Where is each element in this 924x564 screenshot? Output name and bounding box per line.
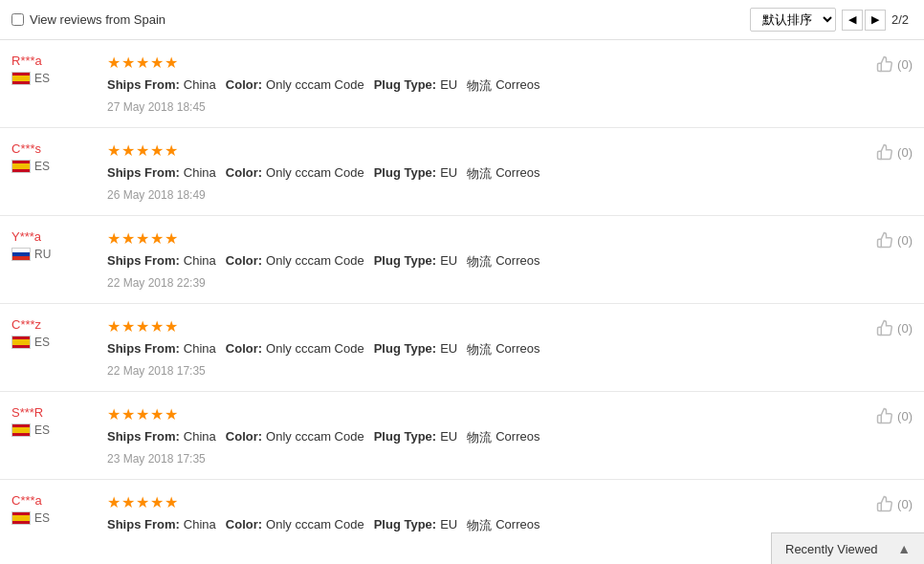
review-details: Ships From: China Color: Only cccam Code…	[107, 429, 846, 446]
review-date: 23 May 2018 17:35	[107, 452, 846, 466]
star-filled: ★	[121, 405, 135, 423]
plug-label: Plug Type:	[374, 429, 436, 446]
spain-filter-checkbox[interactable]	[11, 13, 24, 26]
top-bar-right: 默认排序 ◀ ▶ 2/2	[750, 8, 913, 32]
logistics-value: Correos	[495, 77, 539, 95]
checkbox-label[interactable]: View reviews from Spain	[11, 12, 165, 27]
star-filled: ★	[121, 229, 135, 248]
ships-from: Ships From: China	[107, 77, 216, 95]
reviewer-info: C***z ES	[11, 317, 98, 378]
star-filled: ★	[150, 405, 164, 423]
color-detail: Color: Only cccam Code	[226, 253, 364, 271]
color-value: Only cccam Code	[266, 429, 364, 446]
review-details: Ships From: China Color: Only cccam Code…	[107, 341, 846, 358]
country-code: RU	[34, 248, 51, 261]
like-section: (0)	[855, 405, 913, 466]
logistics-value: Correos	[495, 517, 539, 531]
plug-type: Plug Type: EU	[374, 429, 458, 446]
star-filled: ★	[150, 229, 164, 248]
star-filled: ★	[136, 317, 149, 336]
flag-icon	[11, 72, 31, 85]
star-filled: ★	[150, 317, 164, 336]
like-button[interactable]: (0)	[875, 319, 913, 336]
review-item: R***a ES ★★★★★ Ships From: China Color:	[0, 40, 924, 128]
like-button[interactable]: (0)	[875, 143, 913, 161]
star-filled: ★	[165, 141, 178, 160]
reviewer-info: S***R ES	[11, 405, 98, 466]
logistics-value: Correos	[495, 165, 539, 183]
recently-viewed-text: Recently Viewed	[785, 542, 878, 556]
review-date: 27 May 2018 18:45	[107, 100, 846, 114]
country-flag: ES	[11, 423, 98, 437]
flag-icon	[11, 248, 31, 261]
ships-from-value: China	[184, 165, 216, 183]
color-value: Only cccam Code	[266, 253, 364, 271]
plug-value: EU	[440, 253, 457, 271]
review-date: 22 May 2018 17:35	[107, 364, 846, 378]
like-button[interactable]: (0)	[875, 55, 913, 73]
star-filled: ★	[121, 54, 135, 72]
like-button[interactable]: (0)	[875, 495, 913, 512]
plug-type: Plug Type: EU	[374, 341, 458, 358]
sort-dropdown[interactable]: 默认排序	[750, 8, 836, 32]
like-button[interactable]: (0)	[875, 407, 913, 424]
color-value: Only cccam Code	[266, 517, 364, 531]
reviewer-name: C***z	[11, 317, 41, 332]
country-flag: ES	[11, 72, 98, 85]
plug-value: EU	[440, 165, 457, 183]
flag-icon	[11, 160, 31, 173]
flag-icon	[11, 336, 31, 349]
country-code: ES	[34, 423, 50, 437]
ships-from: Ships From: China	[107, 341, 216, 358]
reviewer-info: Y***a RU	[11, 229, 98, 290]
star-filled: ★	[165, 405, 178, 423]
like-section: (0)	[855, 141, 913, 202]
prev-page-btn[interactable]: ◀	[842, 10, 863, 31]
like-section: (0)	[855, 317, 913, 378]
review-content: ★★★★★ Ships From: China Color: Only ccca…	[98, 229, 855, 290]
plug-type: Plug Type: EU	[374, 165, 458, 183]
country-code: ES	[34, 72, 50, 85]
thumbs-up-icon	[875, 55, 894, 73]
reviewer-name: C***s	[11, 141, 41, 156]
logistics: 物流 Correos	[467, 429, 539, 446]
like-section: (0)	[855, 493, 913, 531]
thumbs-up-icon	[875, 143, 894, 161]
review-details: Ships From: China Color: Only cccam Code…	[107, 165, 846, 183]
like-section: (0)	[855, 229, 913, 290]
star-filled: ★	[165, 317, 178, 336]
review-item: C***a ES ★★★★★ Ships From: China Color:	[0, 480, 924, 531]
star-rating: ★★★★★	[107, 54, 846, 72]
color-detail: Color: Only cccam Code	[226, 517, 364, 531]
star-filled: ★	[107, 493, 121, 511]
review-item: Y***a RU ★★★★★ Ships From: China Color:	[0, 216, 924, 304]
like-count: (0)	[897, 409, 913, 423]
up-arrow-icon: ▲	[897, 541, 911, 556]
like-button[interactable]: (0)	[875, 231, 913, 249]
like-count: (0)	[897, 145, 913, 160]
reviewer-name: S***R	[11, 405, 43, 420]
like-section: (0)	[855, 54, 913, 114]
star-filled: ★	[150, 493, 164, 511]
like-count: (0)	[897, 57, 913, 72]
logistics-value: Correos	[495, 429, 539, 446]
thumbs-up-icon	[875, 495, 894, 512]
logistics-cn: 物流	[467, 165, 492, 183]
reviewer-info: C***a ES	[11, 493, 98, 531]
star-filled: ★	[136, 229, 149, 248]
review-content: ★★★★★ Ships From: China Color: Only ccca…	[98, 493, 855, 531]
ships-from-value: China	[184, 429, 216, 446]
review-content: ★★★★★ Ships From: China Color: Only ccca…	[98, 405, 855, 466]
ships-from: Ships From: China	[107, 429, 216, 446]
top-bar: View reviews from Spain 默认排序 ◀ ▶ 2/2	[0, 0, 924, 40]
logistics-cn: 物流	[467, 77, 492, 95]
star-filled: ★	[107, 54, 121, 72]
logistics-value: Correos	[495, 341, 539, 358]
review-details: Ships From: China Color: Only cccam Code…	[107, 253, 846, 271]
country-flag: RU	[11, 248, 98, 261]
star-filled: ★	[121, 493, 135, 511]
next-page-btn[interactable]: ▶	[865, 10, 886, 31]
star-filled: ★	[150, 54, 164, 72]
recently-viewed-bar[interactable]: Recently Viewed ▲	[771, 532, 924, 564]
star-filled: ★	[121, 141, 135, 160]
